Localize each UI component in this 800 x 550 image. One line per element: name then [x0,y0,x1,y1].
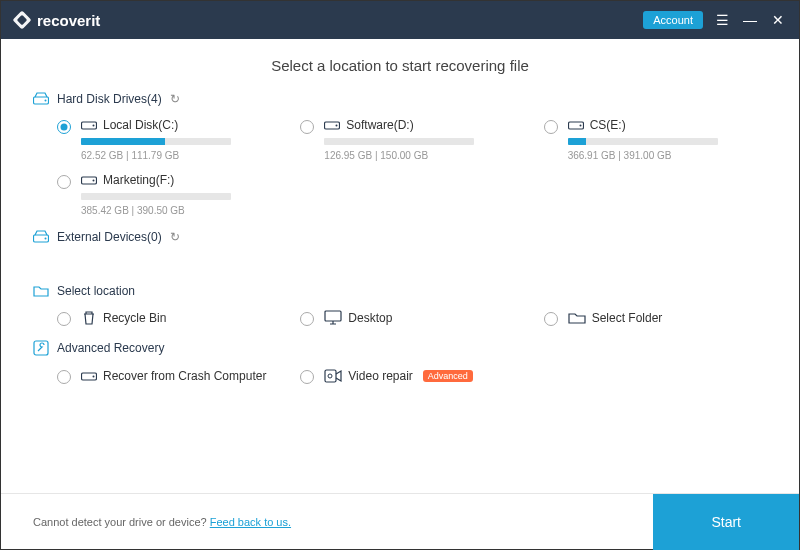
footer: Cannot detect your drive or device? Feed… [1,493,799,549]
drive-grid: Local Disk(C:) 62.52 GB | 111.79 GB Soft… [57,118,767,216]
titlebar-controls: Account ☰ — ✕ [643,11,787,29]
svg-point-17 [93,376,95,378]
advanced-name: Video repair [348,369,413,383]
section-select-location: Select location [33,284,767,298]
location-select-folder[interactable]: Select Folder [544,310,767,326]
location-name: Recycle Bin [103,311,166,325]
disk-icon [81,370,97,382]
footer-text: Cannot detect your drive or device? Feed… [33,516,291,528]
drive-name: Marketing(F:) [103,173,174,187]
section-hard-disk: Hard Disk Drives(4) ↻ [33,92,767,106]
radio-button[interactable] [300,120,314,134]
main-content: Select a location to start recovering fi… [1,39,799,493]
svg-point-7 [336,125,338,127]
advanced-crash-computer[interactable]: Recover from Crash Computer [57,368,280,384]
disk-icon [81,119,97,131]
drive-name: Local Disk(C:) [103,118,178,132]
titlebar: recoverit Account ☰ — ✕ [1,1,799,39]
account-button[interactable]: Account [643,11,703,29]
location-name: Desktop [348,311,392,325]
folder-icon [568,311,586,325]
location-name: Select Folder [592,311,663,325]
drive-name: CS(E:) [590,118,626,132]
radio-button[interactable] [544,120,558,134]
advanced-grid: Recover from Crash Computer Video repair… [57,368,767,384]
svg-rect-14 [325,311,341,321]
location-recycle-bin[interactable]: Recycle Bin [57,310,280,326]
usage-bar [568,138,718,145]
location-desktop[interactable]: Desktop [300,310,523,326]
usage-bar [324,138,474,145]
radio-button[interactable] [57,312,71,326]
disk-icon [568,119,584,131]
svg-point-11 [93,180,95,182]
disk-icon [81,174,97,186]
folder-icon [33,284,49,298]
drive-size: 366.91 GB | 391.00 GB [568,150,767,161]
feedback-link[interactable]: Feed back to us. [210,516,291,528]
drive-item-cs-e[interactable]: CS(E:) 366.91 GB | 391.00 GB [544,118,767,161]
video-gear-icon [324,368,342,384]
section-external: External Devices(0) ↻ [33,230,767,244]
section-label: Hard Disk Drives(4) [57,92,162,106]
section-advanced: Advanced Recovery [33,340,767,356]
minimize-icon[interactable]: — [741,11,759,29]
advanced-video-repair[interactable]: Video repair Advanced [300,368,523,384]
section-label: Select location [57,284,135,298]
refresh-icon[interactable]: ↻ [170,92,180,106]
logo-icon [13,11,31,29]
wrench-icon [33,340,49,356]
location-grid: Recycle Bin Desktop Select Folder [57,310,767,326]
drive-item-marketing-f[interactable]: Marketing(F:) 385.42 GB | 390.50 GB [57,173,280,216]
svg-point-19 [328,374,332,378]
app-name: recoverit [37,12,100,29]
radio-button[interactable] [57,120,71,134]
radio-button[interactable] [57,370,71,384]
disk-icon [33,92,49,106]
menu-icon[interactable]: ☰ [713,11,731,29]
radio-button[interactable] [544,312,558,326]
svg-point-13 [45,238,47,240]
svg-rect-18 [325,370,336,382]
section-label: Advanced Recovery [57,341,164,355]
disk-icon [33,230,49,244]
disk-icon [324,119,340,131]
page-title: Select a location to start recovering fi… [33,57,767,74]
usage-bar [81,193,231,200]
refresh-icon[interactable]: ↻ [170,230,180,244]
trash-icon [81,310,97,326]
app-logo: recoverit [13,11,100,29]
svg-point-9 [579,125,581,127]
drive-item-local-c[interactable]: Local Disk(C:) 62.52 GB | 111.79 GB [57,118,280,161]
start-button[interactable]: Start [653,494,799,550]
svg-point-5 [93,125,95,127]
radio-button[interactable] [57,175,71,189]
drive-size: 126.95 GB | 150.00 GB [324,150,523,161]
drive-name: Software(D:) [346,118,413,132]
usage-bar [81,138,231,145]
badge-advanced: Advanced [423,370,473,382]
svg-point-3 [45,100,47,102]
section-label: External Devices(0) [57,230,162,244]
app-window: recoverit Account ☰ — ✕ Select a locatio… [0,0,800,550]
drive-item-software-d[interactable]: Software(D:) 126.95 GB | 150.00 GB [300,118,523,161]
drive-size: 62.52 GB | 111.79 GB [81,150,280,161]
close-icon[interactable]: ✕ [769,11,787,29]
radio-button[interactable] [300,312,314,326]
desktop-icon [324,310,342,326]
advanced-name: Recover from Crash Computer [103,369,266,383]
radio-button[interactable] [300,370,314,384]
drive-size: 385.42 GB | 390.50 GB [81,205,280,216]
